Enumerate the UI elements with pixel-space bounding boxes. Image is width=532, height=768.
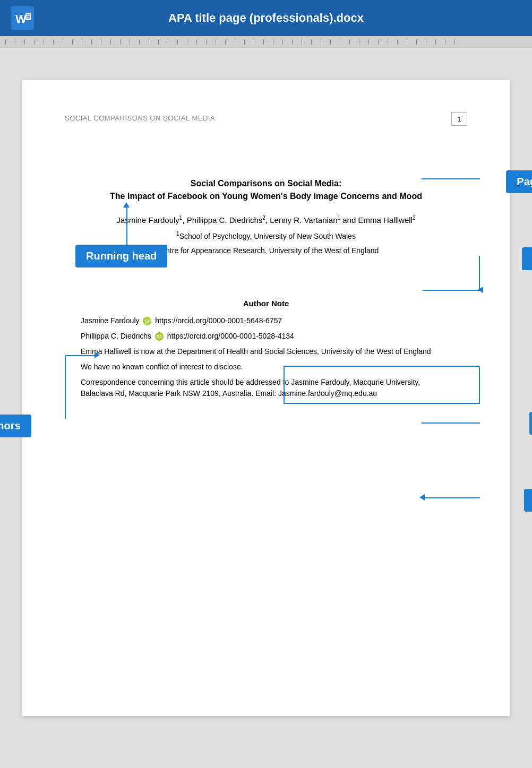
word-icon: W <box>11 6 34 30</box>
paper-title-section: Social Comparisons on Social Media: The … <box>65 179 467 201</box>
branding-bar: Scribbr <box>22 754 510 768</box>
paper-title-box-label: Paper title <box>522 247 532 270</box>
author-names-line: Jasmine Fardouly1, Phillippa C. Diedrich… <box>65 214 467 227</box>
running-head-arrow-shaft <box>126 206 127 245</box>
page-number-box-label: Page number <box>506 170 532 193</box>
affiliations-label: Affiliations <box>529 412 532 435</box>
author-note-line2: Phillippa C. Diedrichs ID https://orcid.… <box>81 331 451 342</box>
author-note-name2: Phillippa C. Diedrichs <box>81 332 151 340</box>
doc-header: SOCIAL COMPARISONS ON SOCIAL MEDIA 1 <box>65 112 467 126</box>
authors-h-line <box>65 355 97 356</box>
ruler <box>0 36 532 48</box>
paper-title-main: Social Comparisons on Social Media: <box>65 179 467 188</box>
page-number-arrow-shaft <box>422 178 480 179</box>
authors-box: Authors <box>0 415 31 437</box>
document-page: SOCIAL COMPARISONS ON SOCIAL MEDIA 1 Soc… <box>22 80 510 717</box>
author-note-label: Author note <box>524 489 532 512</box>
affiliations-h-arrow <box>422 422 480 424</box>
page-number-box: 1 <box>451 112 467 126</box>
running-head-label: Running head <box>75 245 167 267</box>
orcid-icon-1: ID <box>143 317 151 325</box>
author-note-arrowhead <box>419 494 425 501</box>
running-head-arrowhead <box>123 202 130 208</box>
author-note-orcid1: https://orcid.org/0000-0001-5648-6757 <box>155 316 282 325</box>
running-head-text: SOCIAL COMPARISONS ON SOCIAL MEDIA <box>65 112 215 122</box>
author-note-heading: Author Note <box>81 299 451 308</box>
affil2-text: Centre for Appearance Research, Universi… <box>156 246 379 255</box>
paper-title-sub: The Impact of Facebook on Young Women's … <box>65 192 467 201</box>
author-note-line3: Emma Halliwell is now at the Department … <box>81 346 451 357</box>
affiliation1-line: 1School of Psychology, University of New… <box>65 230 467 242</box>
affiliations-box: Affiliations <box>529 412 532 435</box>
authors-label: Authors <box>0 415 31 437</box>
author2: , Phillippa C. Diedrichs <box>182 215 262 225</box>
paper-title-arrowhead <box>478 287 483 293</box>
orcid-icon-2: ID <box>155 332 164 341</box>
paper-title-label: Paper title <box>522 247 532 270</box>
author-note-h-arrow <box>423 497 480 498</box>
document-title: APA title page (professionals).docx <box>42 11 490 25</box>
running-head-box: Running head <box>75 245 167 267</box>
affil1-text: School of Psychology, University of New … <box>179 232 356 240</box>
author-note-orcid2: https://orcid.org/0000-0001-5028-4134 <box>167 332 294 340</box>
scribbr-icon <box>38 764 64 768</box>
affiliations-connector-box <box>284 366 480 404</box>
svg-text:W: W <box>15 12 27 25</box>
title-bar: W APA title page (professionals).docx <box>0 0 532 36</box>
paper-title-v-arrow <box>479 256 480 291</box>
page-number-label: Page number <box>506 170 532 193</box>
author-note-box: Author note <box>524 489 532 512</box>
author4-sup: 2 <box>413 215 416 221</box>
author-note-name1: Jasmine Fardouly <box>81 316 140 325</box>
author-note-line1: Jasmine Fardouly ID https://orcid.org/00… <box>81 315 451 326</box>
authors-v-line <box>65 355 66 419</box>
paper-title-h-arrow <box>423 290 480 291</box>
author4: and Emma Halliwell <box>340 215 413 225</box>
author3: , Lenny R. Vartanian <box>265 215 338 225</box>
authors-arrowhead <box>95 352 100 358</box>
